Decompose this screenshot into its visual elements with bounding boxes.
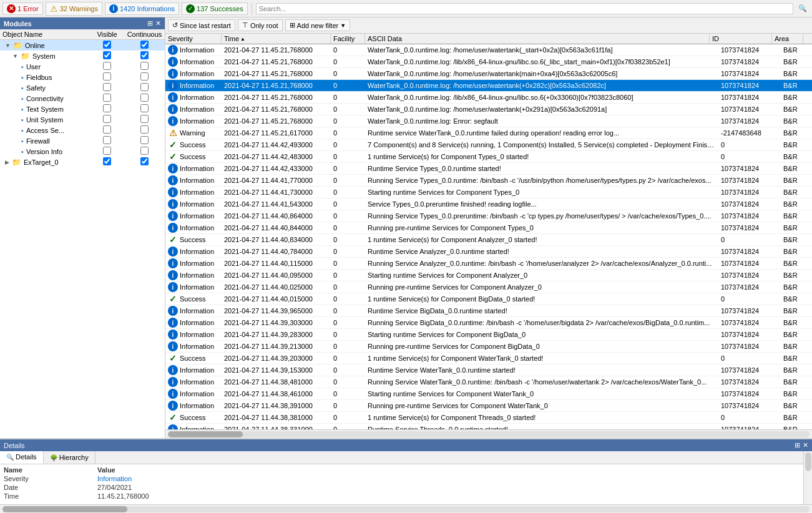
visible-extarget-checkbox[interactable] bbox=[103, 157, 111, 165]
tab-details[interactable]: 🔍 Details bbox=[0, 451, 44, 464]
hscroll-thumb[interactable] bbox=[168, 431, 243, 437]
log-row[interactable]: ✓ Success 2021-04-27 11.44.39,203000 0 1… bbox=[165, 353, 812, 364]
tree-item-firewall[interactable]: ▪ Firewall bbox=[0, 135, 165, 146]
tree-item-fieldbus[interactable]: ▪ Fieldbus bbox=[0, 72, 165, 82]
details-vscroll-thumb[interactable] bbox=[805, 452, 811, 471]
pin-button[interactable]: ⊞ bbox=[147, 19, 153, 27]
log-row[interactable]: i Information 2021-04-27 11.44.40,784000… bbox=[165, 246, 812, 258]
log-row[interactable]: i Information 2021-04-27 11.45.21,768000… bbox=[165, 68, 812, 80]
log-row[interactable]: i Information 2021-04-27 11.44.41,730000… bbox=[165, 187, 812, 198]
visible-connectivity-checkbox[interactable] bbox=[103, 94, 111, 102]
log-row[interactable]: i Information 2021-04-27 11.44.40,115000… bbox=[165, 258, 812, 270]
tree-item-user[interactable]: ▪ User bbox=[0, 61, 165, 72]
col-facility-header[interactable]: Facility bbox=[331, 34, 365, 44]
details-hscroll[interactable] bbox=[0, 504, 812, 513]
tree-item-version-info[interactable]: ▪ Version Info bbox=[0, 146, 165, 157]
visible-online-checkbox[interactable] bbox=[103, 41, 111, 49]
success-filter-button[interactable]: ✓ 137 Successes bbox=[182, 2, 248, 15]
only-root-button[interactable]: ⊤ Only root bbox=[238, 19, 283, 31]
since-last-restart-button[interactable]: ↺ Since last restart bbox=[168, 19, 235, 31]
hscroll-track[interactable] bbox=[168, 431, 810, 437]
warning-filter-button[interactable]: ⚠ 32 Warnings bbox=[46, 2, 102, 16]
info-filter-button[interactable]: i 1420 Informations bbox=[105, 2, 179, 15]
tab-hierarchy[interactable]: 🌳 Hierarchy bbox=[44, 451, 95, 464]
visible-fieldbus-checkbox[interactable] bbox=[103, 72, 111, 81]
expand-system-icon[interactable]: ▼ bbox=[12, 53, 18, 59]
log-row[interactable]: i Information 2021-04-27 11.44.42,433000… bbox=[165, 163, 812, 175]
continuous-safety-checkbox[interactable] bbox=[140, 83, 149, 91]
log-row[interactable]: ✓ Success 2021-04-27 11.44.42,483000 0 1… bbox=[165, 151, 812, 163]
log-row[interactable]: i Information 2021-04-27 11.45.21,768000… bbox=[165, 44, 812, 56]
log-row[interactable]: i Information 2021-04-27 11.45.21,768000… bbox=[165, 80, 812, 92]
tree-item-system[interactable]: ▼ 📁 System bbox=[0, 51, 165, 61]
col-time-header[interactable]: Time bbox=[222, 34, 331, 44]
tree-item-unit-system[interactable]: ▪ Unit System bbox=[0, 114, 165, 125]
log-row[interactable]: i Information 2021-04-27 11.44.38,391000… bbox=[165, 400, 812, 412]
continuous-access-se-checkbox[interactable] bbox=[140, 125, 149, 134]
log-row[interactable]: i Information 2021-04-27 11.44.38,331000… bbox=[165, 424, 812, 429]
search-input[interactable] bbox=[256, 3, 793, 14]
log-row[interactable]: i Information 2021-04-27 11.44.39,283000… bbox=[165, 329, 812, 341]
continuous-version-info-checkbox[interactable] bbox=[140, 147, 149, 155]
log-row[interactable]: i Information 2021-04-27 11.45.21,768000… bbox=[165, 56, 812, 68]
tree-item-text-system[interactable]: ▪ Text System bbox=[0, 104, 165, 114]
details-hscroll-thumb[interactable] bbox=[2, 506, 127, 512]
continuous-online-checkbox[interactable] bbox=[140, 41, 149, 49]
visible-text-system-checkbox[interactable] bbox=[103, 104, 111, 112]
visible-safety-checkbox[interactable] bbox=[103, 83, 111, 91]
tree-item-extarget[interactable]: ▶ 📁 ExTarget_0 bbox=[0, 157, 165, 167]
visible-version-info-checkbox[interactable] bbox=[103, 147, 111, 155]
log-row[interactable]: i Information 2021-04-27 11.44.38,461000… bbox=[165, 388, 812, 400]
col-id-header[interactable]: ID bbox=[710, 34, 772, 44]
tree-item-connectivity[interactable]: ▪ Connectivity bbox=[0, 93, 165, 104]
log-row[interactable]: i Information 2021-04-27 11.45.21,768000… bbox=[165, 92, 812, 104]
continuous-fieldbus-checkbox[interactable] bbox=[140, 72, 149, 81]
visible-unit-system-checkbox[interactable] bbox=[103, 115, 111, 123]
log-row[interactable]: i Information 2021-04-27 11.44.40,844000… bbox=[165, 222, 812, 234]
close-details-button[interactable]: ✕ bbox=[803, 441, 808, 449]
col-ascii-header[interactable]: ASCII Data bbox=[365, 34, 710, 44]
expand-online-icon[interactable]: ▼ bbox=[5, 42, 11, 49]
close-panel-button[interactable]: ✕ bbox=[155, 19, 161, 27]
log-row[interactable]: i Information 2021-04-27 11.44.40,025000… bbox=[165, 281, 812, 293]
log-row[interactable]: i Information 2021-04-27 11.45.21,768000… bbox=[165, 104, 812, 115]
add-filter-button[interactable]: ⊞ Add new filter ▼ bbox=[285, 19, 351, 31]
col-area-header[interactable]: Area bbox=[772, 34, 803, 44]
log-row[interactable]: i Information 2021-04-27 11.44.39,213000… bbox=[165, 341, 812, 353]
log-row[interactable]: i Information 2021-04-27 11.44.41,543000… bbox=[165, 198, 812, 210]
continuous-text-system-checkbox[interactable] bbox=[140, 104, 149, 112]
continuous-unit-system-checkbox[interactable] bbox=[140, 115, 149, 123]
visible-system-checkbox[interactable] bbox=[103, 51, 111, 59]
log-row[interactable]: i Information 2021-04-27 11.44.39,153000… bbox=[165, 364, 812, 376]
log-row[interactable]: ⚠ Warning 2021-04-27 11.45.21,617000 0 R… bbox=[165, 127, 812, 139]
log-row[interactable]: ✓ Success 2021-04-27 11.44.42,493000 0 7… bbox=[165, 139, 812, 151]
expand-extarget-icon[interactable]: ▶ bbox=[5, 159, 9, 165]
details-vscroll[interactable] bbox=[803, 451, 812, 504]
log-row[interactable]: ✓ Success 2021-04-27 11.44.38,381000 0 1… bbox=[165, 412, 812, 424]
log-row[interactable]: i Information 2021-04-27 11.44.39,965000… bbox=[165, 305, 812, 317]
log-row[interactable]: i Information 2021-04-27 11.44.40,095000… bbox=[165, 270, 812, 281]
log-hscroll[interactable] bbox=[165, 429, 812, 438]
continuous-extarget-checkbox[interactable] bbox=[140, 157, 149, 165]
log-row[interactable]: i Information 2021-04-27 11.44.39,303000… bbox=[165, 317, 812, 329]
log-row[interactable]: ✓ Success 2021-04-27 11.44.40,834000 0 1… bbox=[165, 234, 812, 246]
log-row[interactable]: i Information 2021-04-27 11.44.40,864000… bbox=[165, 210, 812, 222]
error-filter-button[interactable]: ✕ 1 Error bbox=[2, 2, 43, 15]
visible-firewall-checkbox[interactable] bbox=[103, 136, 111, 144]
tree-item-online[interactable]: ▼ 📁 Online bbox=[0, 40, 165, 51]
continuous-user-checkbox[interactable] bbox=[140, 62, 149, 70]
log-row[interactable]: i Information 2021-04-27 11.45.21,768000… bbox=[165, 115, 812, 127]
search-icon[interactable]: 🔍 bbox=[796, 4, 810, 12]
visible-user-checkbox[interactable] bbox=[103, 62, 111, 70]
visible-access-se-checkbox[interactable] bbox=[103, 125, 111, 134]
tree-item-safety[interactable]: ▪ Safety bbox=[0, 82, 165, 93]
tree-item-access-se[interactable]: ▪ Access Se... bbox=[0, 125, 165, 135]
log-row[interactable]: i Information 2021-04-27 11.44.38,481000… bbox=[165, 376, 812, 388]
log-row[interactable]: i Information 2021-04-27 11.44.41,770000… bbox=[165, 175, 812, 187]
continuous-firewall-checkbox[interactable] bbox=[140, 136, 149, 144]
col-severity-header[interactable]: Severity bbox=[165, 34, 222, 44]
continuous-connectivity-checkbox[interactable] bbox=[140, 94, 149, 102]
pin-details-button[interactable]: ⊞ bbox=[795, 441, 800, 449]
continuous-system-checkbox[interactable] bbox=[140, 51, 149, 59]
log-row[interactable]: ✓ Success 2021-04-27 11.44.40,015000 0 1… bbox=[165, 293, 812, 305]
